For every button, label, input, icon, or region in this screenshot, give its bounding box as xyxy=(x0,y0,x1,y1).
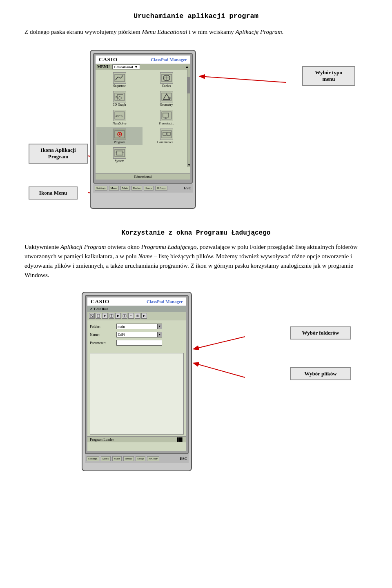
body-part1: Uaktywnienie xyxy=(24,244,60,250)
casio-device-2: CASIO ClassPad Manager ✓ Edit Run xyxy=(82,292,192,471)
name-dropdown[interactable]: ▼ xyxy=(157,332,162,337)
tb-resize-1[interactable]: Resize xyxy=(131,186,143,191)
folder-value: main xyxy=(118,324,125,328)
app-system-label: System xyxy=(115,159,125,163)
intro-text-before: Z dolnego paska ekranu wywołujemy piórki… xyxy=(24,29,142,35)
app-presentati[interactable]: Presentati... xyxy=(143,109,189,126)
prog-loader-text: Program Loader xyxy=(90,437,114,442)
tb-hcopy-2[interactable]: H·Copy xyxy=(147,456,159,461)
menu-label: MENU xyxy=(97,64,110,69)
form-area: Folder: main ▼ Name: EdPl ▼ xyxy=(87,320,186,351)
casio-brand-1: CASIO xyxy=(99,56,118,63)
svg-point-25 xyxy=(119,133,120,135)
diagram-1: Wybór typu menu Ikona Aplikacji Program … xyxy=(24,46,368,217)
name-value: EdPl xyxy=(118,333,125,337)
svg-text:ax=b: ax=b xyxy=(116,114,123,118)
section-2-title: Korzystanie z okna Programu Ładującego xyxy=(24,229,368,237)
tb-btn-6[interactable] xyxy=(122,313,127,319)
app-geometry[interactable]: Geometry xyxy=(143,90,189,108)
param-input[interactable] xyxy=(116,340,162,346)
folder-row: Folder: main ▼ xyxy=(90,324,184,329)
numsolve-icon: ax=b xyxy=(113,110,126,121)
name-input[interactable]: EdPl xyxy=(116,332,157,337)
geometry-icon xyxy=(160,91,173,102)
tb-btn-5[interactable]: ▶ xyxy=(115,313,121,319)
tb-hcopy-1[interactable]: H·Copy xyxy=(155,186,167,191)
app-numsolve-label: NumSolve xyxy=(112,122,126,125)
classpad-title-2: ClassPad Manager xyxy=(147,299,183,304)
app-communica-label: Communica... xyxy=(157,140,176,144)
tb-btn-1[interactable] xyxy=(89,313,95,319)
diagram-2: Wybór folderów Wybór plików CASIO ClassP… xyxy=(24,288,368,479)
system-icon xyxy=(113,147,126,159)
tb-btn-2[interactable] xyxy=(96,313,101,319)
param-row: Parameter: xyxy=(90,340,184,346)
app-3dgraph-label: 3D Graph xyxy=(113,103,126,107)
body-italic2: Programu Ładującego xyxy=(141,244,197,250)
app-grid: Sequence Conics xyxy=(96,70,190,165)
intro-italic-app: Aplikację Program xyxy=(236,29,282,35)
page-title: Uruchamianie aplikacji program xyxy=(24,12,368,20)
3dgraph-icon: z xyxy=(113,91,126,102)
folder-label: Folder: xyxy=(90,324,116,328)
body-part2: otwiera okno xyxy=(106,244,141,250)
tb-settings-1[interactable]: Settings xyxy=(95,186,107,191)
intro-italic-menu: Menu Educational xyxy=(142,29,187,35)
app-system[interactable]: System xyxy=(96,146,143,164)
casio-taskbar-1: Settings Menu Main Resize Swap H·Copy ES… xyxy=(93,184,193,193)
tb-swap-2[interactable]: Swap xyxy=(136,456,145,461)
casio-device-1: CASIO ClassPad Manager MENU Educational … xyxy=(90,50,196,209)
svg-rect-42 xyxy=(125,315,126,317)
casio-screen-2: ✓ Edit Run ▶ xyxy=(87,306,186,451)
esc-button-2[interactable]: ESC xyxy=(180,457,187,461)
tb-resize-2[interactable]: Resize xyxy=(123,456,134,461)
esc-button-1[interactable]: ESC xyxy=(184,186,191,190)
tb-main-1[interactable]: Main xyxy=(120,186,130,191)
menu-dropdown[interactable]: Educational ▼ xyxy=(112,64,140,69)
tb-menu-1[interactable]: Menu xyxy=(109,186,119,191)
svg-rect-41 xyxy=(123,315,125,317)
sequence-icon xyxy=(113,72,126,84)
callout-ikona-menu: Ikona Menu xyxy=(29,186,78,200)
app-3dgraph[interactable]: z 3D Graph xyxy=(96,90,143,108)
conics-icon xyxy=(160,72,173,84)
tb-settings-2[interactable]: Settings xyxy=(87,456,99,461)
prog-loader-label: Program Loader ▐█▌ xyxy=(87,436,186,442)
app-geometry-label: Geometry xyxy=(160,103,173,107)
tb-menu-2[interactable]: Menu xyxy=(101,456,111,461)
device-header-1: CASIO ClassPad Manager xyxy=(96,55,190,64)
app-communica[interactable]: Communica... xyxy=(143,127,189,145)
content-area-2 xyxy=(90,353,184,435)
callout-wybor-folder: Wybór folderów xyxy=(290,326,351,340)
casio-taskbar-2: Settings Menu Main Resize Swap H·Copy ES… xyxy=(85,454,189,463)
tb-btn-8[interactable]: ⊞ xyxy=(135,313,140,319)
dropdown-arrow: ▼ xyxy=(134,65,138,69)
scrollbar-1[interactable]: ▼ xyxy=(187,69,190,167)
svg-line-35 xyxy=(194,363,245,377)
app-numsolve[interactable]: ax=b NumSolve xyxy=(96,109,143,126)
folder-input[interactable]: main xyxy=(116,324,157,329)
diagram-2-svg xyxy=(24,288,368,479)
tb-btn-7[interactable]: ≡ xyxy=(128,313,134,319)
app-program[interactable]: Program xyxy=(96,127,143,145)
tb-main-2[interactable]: Main xyxy=(112,456,122,461)
prog-toolbar: ▶ ≡ ⊞ ▶| xyxy=(87,312,186,320)
app-conics[interactable]: Conics xyxy=(143,71,189,89)
presentati-icon xyxy=(160,110,173,121)
tb-btn-4[interactable] xyxy=(109,313,114,319)
svg-text:z: z xyxy=(116,95,117,98)
tb-btn-9[interactable]: ▶| xyxy=(141,313,147,319)
tb-btn-3[interactable] xyxy=(102,313,108,319)
section-2-body: Uaktywnienie Aplikacji Program otwiera o… xyxy=(24,242,368,280)
device-bottom-text-1: Educational xyxy=(96,173,190,180)
folder-dropdown[interactable]: ▼ xyxy=(157,324,162,329)
tb-swap-1[interactable]: Swap xyxy=(144,186,154,191)
callout-wybor-menu: Wybór typu menu xyxy=(302,66,355,87)
scrollbar-thumb-1 xyxy=(187,77,190,93)
app-sequence[interactable]: Sequence xyxy=(96,71,143,89)
screen-outer-1: CASIO ClassPad Manager MENU Educational … xyxy=(93,53,193,184)
name-row: Name: EdPl ▼ xyxy=(90,332,184,337)
intro-text-middle: i w nim wciskamy xyxy=(187,29,236,35)
svg-line-0 xyxy=(200,76,286,82)
param-label: Parameter: xyxy=(90,341,116,345)
